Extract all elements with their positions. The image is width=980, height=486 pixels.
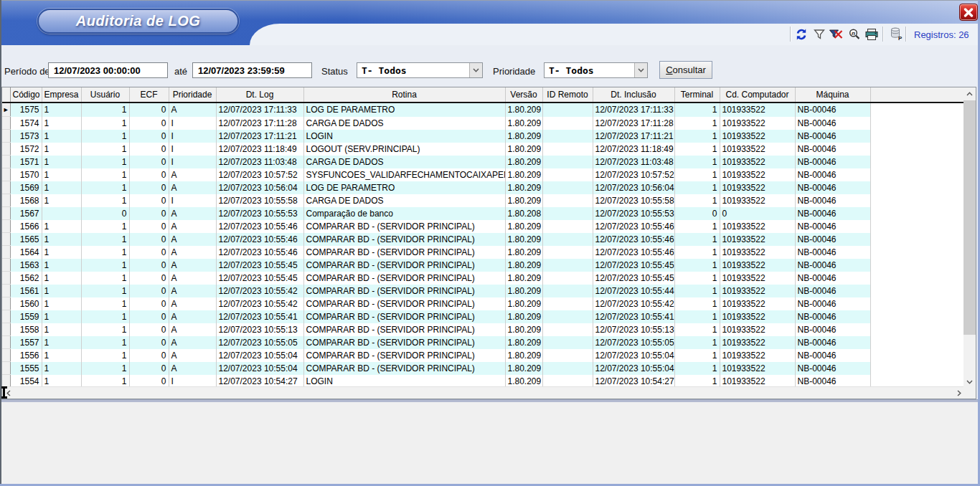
priority-select[interactable]: T- Todos bbox=[544, 62, 648, 78]
database-button[interactable]: P bbox=[887, 26, 904, 42]
column-header-8[interactable]: Versão bbox=[505, 87, 542, 103]
table-row[interactable]: 1554110I12/07/2023 10:54:27LOGIN1.80.209… bbox=[2, 375, 965, 388]
column-header-6[interactable]: Dt. Log bbox=[216, 87, 303, 103]
scroll-up-button[interactable] bbox=[963, 87, 976, 100]
table-cell: NB-00046 bbox=[795, 297, 870, 310]
column-header-13[interactable]: Máquina bbox=[795, 87, 870, 103]
table-row[interactable]: 1566110A12/07/2023 10:55:46COMPARAR BD -… bbox=[2, 220, 965, 233]
column-header-7[interactable]: Rotina bbox=[303, 87, 505, 103]
table-cell: 0 bbox=[129, 349, 169, 362]
table-cell-filler bbox=[870, 220, 965, 233]
filter-button[interactable] bbox=[811, 27, 828, 42]
period-to-input[interactable]: 12/07/2023 23:59:59 bbox=[192, 62, 312, 78]
row-selector[interactable]: ► bbox=[2, 103, 10, 117]
table-row[interactable]: 1573110I12/07/2023 17:11:21LOGIN1.80.209… bbox=[2, 130, 965, 143]
column-header-11[interactable]: Terminal bbox=[674, 87, 720, 103]
table-row[interactable]: 156700A12/07/2023 10:55:53Comparação de … bbox=[2, 207, 965, 220]
table-cell: 1 bbox=[42, 220, 81, 233]
status-dropdown-button[interactable] bbox=[469, 63, 482, 77]
table-cell: LOGIN bbox=[303, 130, 505, 143]
row-selector[interactable] bbox=[2, 130, 10, 143]
table-row[interactable]: 1564110A12/07/2023 10:55:46COMPARAR BD -… bbox=[2, 246, 965, 259]
table-cell: CARGA DE DADOS bbox=[303, 194, 505, 207]
column-header-1[interactable]: Código bbox=[10, 87, 42, 103]
row-selector[interactable] bbox=[2, 259, 10, 272]
table-row[interactable]: ►1575110A12/07/2023 17:11:33LOG DE PARAM… bbox=[2, 103, 965, 117]
vertical-scrollbar[interactable] bbox=[963, 87, 976, 388]
row-selector[interactable] bbox=[2, 310, 10, 323]
clear-filter-button[interactable] bbox=[827, 27, 844, 42]
table-cell: 12/07/2023 10:55:46 bbox=[593, 246, 674, 259]
table-row[interactable]: 1562110A12/07/2023 10:55:45COMPARAR BD -… bbox=[2, 272, 965, 285]
table-row[interactable]: 1558110A12/07/2023 10:55:13COMPARAR BD -… bbox=[2, 323, 965, 336]
table-cell: SYSFUNCOES_VALIDARFECHAMENTOCAIXAPEN bbox=[303, 168, 505, 181]
table-cell: 101933522 bbox=[720, 323, 795, 336]
table-row[interactable]: 1572110I12/07/2023 11:18:49LOGOUT (SERV.… bbox=[2, 143, 965, 156]
row-selector[interactable] bbox=[2, 336, 10, 349]
row-selector[interactable] bbox=[2, 117, 10, 130]
horizontal-scrollbar[interactable] bbox=[2, 386, 965, 399]
row-selector[interactable] bbox=[2, 375, 10, 388]
row-selector[interactable] bbox=[2, 220, 10, 233]
row-selector[interactable] bbox=[2, 194, 10, 207]
table-cell: 1.80.209 bbox=[505, 233, 542, 246]
column-header-filler bbox=[870, 87, 965, 103]
row-selector[interactable] bbox=[2, 233, 10, 246]
table-cell: 12/07/2023 10:55:04 bbox=[593, 349, 674, 362]
priority-dropdown-button[interactable] bbox=[634, 63, 647, 77]
table-row[interactable]: 1560110A12/07/2023 10:55:42COMPARAR BD -… bbox=[2, 297, 965, 310]
table-cell: 1 bbox=[674, 130, 720, 143]
table-row[interactable]: 1563110A12/07/2023 10:55:45COMPARAR BD -… bbox=[2, 259, 965, 272]
column-header-10[interactable]: Dt. Inclusão bbox=[593, 87, 674, 103]
row-selector[interactable] bbox=[2, 285, 10, 297]
table-cell-filler bbox=[870, 362, 965, 375]
row-selector[interactable] bbox=[2, 297, 10, 310]
table-row[interactable]: 1561110A12/07/2023 10:55:42COMPARAR BD -… bbox=[2, 285, 965, 297]
column-header-3[interactable]: Usuário bbox=[81, 87, 129, 103]
column-header-2[interactable]: Empresa bbox=[42, 87, 81, 103]
row-selector[interactable] bbox=[2, 156, 10, 168]
table-cell: 1 bbox=[674, 285, 720, 297]
column-header-12[interactable]: Cd. Computador bbox=[720, 87, 795, 103]
print-button[interactable] bbox=[863, 27, 880, 42]
consult-button[interactable]: Consultar bbox=[659, 61, 712, 79]
table-cell: 12/07/2023 10:57:52 bbox=[216, 168, 303, 181]
table-row[interactable]: 1555110A12/07/2023 10:55:04COMPARAR BD -… bbox=[2, 362, 965, 375]
table-cell bbox=[542, 272, 593, 285]
table-row[interactable]: 1556110A12/07/2023 10:55:04COMPARAR BD -… bbox=[2, 349, 965, 362]
table-row[interactable]: 1571110I12/07/2023 11:03:48CARGA DE DADO… bbox=[2, 156, 965, 168]
column-header-4[interactable]: ECF bbox=[129, 87, 169, 103]
table-cell: 1573 bbox=[10, 130, 42, 143]
period-from-input[interactable]: 12/07/2023 00:00:00 bbox=[48, 62, 168, 78]
table-row[interactable]: 1570110A12/07/2023 10:57:52SYSFUNCOES_VA… bbox=[2, 168, 965, 181]
window-title-pill: Auditoria de LOG bbox=[37, 9, 239, 34]
table-cell: 0 bbox=[129, 310, 169, 323]
search-button[interactable]: n bbox=[846, 27, 863, 42]
row-selector[interactable] bbox=[2, 362, 10, 375]
vertical-scrollbar-thumb[interactable] bbox=[963, 100, 976, 335]
row-selector[interactable] bbox=[2, 168, 10, 181]
table-row[interactable]: 1565110A12/07/2023 10:55:46COMPARAR BD -… bbox=[2, 233, 965, 246]
row-selector[interactable] bbox=[2, 323, 10, 336]
table-cell: NB-00046 bbox=[795, 117, 870, 130]
table-row[interactable]: 1568110I12/07/2023 10:55:58CARGA DE DADO… bbox=[2, 194, 965, 207]
table-cell: COMPARAR BD - (SERVIDOR PRINCIPAL) bbox=[303, 336, 505, 349]
row-selector[interactable] bbox=[2, 181, 10, 194]
table-row[interactable]: 1569110A12/07/2023 10:56:04LOG DE PARAME… bbox=[2, 181, 965, 194]
table-cell: 1.80.209 bbox=[505, 323, 542, 336]
status-select[interactable]: T- Todos bbox=[357, 62, 483, 78]
row-selector[interactable] bbox=[2, 143, 10, 156]
row-selector[interactable] bbox=[2, 207, 10, 220]
table-row[interactable]: 1559110A12/07/2023 10:55:41COMPARAR BD -… bbox=[2, 310, 965, 323]
column-header-9[interactable]: ID Remoto bbox=[542, 87, 593, 103]
refresh-button[interactable] bbox=[793, 27, 810, 42]
row-selector[interactable] bbox=[2, 272, 10, 285]
row-selector[interactable] bbox=[2, 246, 10, 259]
table-row[interactable]: 1557110A12/07/2023 10:55:05COMPARAR BD -… bbox=[2, 336, 965, 349]
table-row[interactable]: 1574110I12/07/2023 17:11:28CARGA DE DADO… bbox=[2, 117, 965, 130]
table-cell: 12/07/2023 10:55:04 bbox=[593, 362, 674, 375]
column-header-5[interactable]: Prioridade bbox=[169, 87, 216, 103]
table-cell: 101933522 bbox=[720, 130, 795, 143]
row-selector[interactable] bbox=[2, 349, 10, 362]
close-button[interactable] bbox=[959, 4, 978, 21]
